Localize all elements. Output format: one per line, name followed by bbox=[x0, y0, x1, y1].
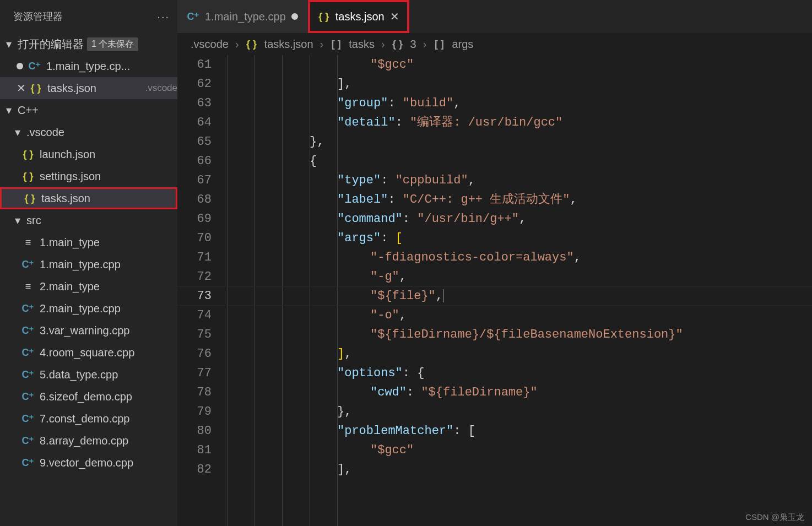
explorer-header: 资源管理器 ··· bbox=[0, 0, 177, 33]
file-item[interactable]: C⁺3.var_warning.cpp bbox=[0, 319, 177, 341]
editor-area: C⁺1.main_type.cpp{ }tasks.json✕ .vscode›… bbox=[177, 0, 812, 526]
line-number: 69 bbox=[177, 209, 212, 229]
code-line[interactable]: "-fdiagnostics-color=always", bbox=[365, 248, 812, 267]
line-number: 75 bbox=[177, 325, 212, 344]
code-line[interactable]: "${fileDirname}/${fileBasenameNoExtensio… bbox=[365, 325, 812, 344]
breadcrumb[interactable]: .vscode›{ }tasks.json›[ ]tasks›{ }3›[ ]a… bbox=[177, 33, 812, 55]
code-line[interactable]: "problemMatcher": [ bbox=[337, 421, 790, 441]
code-line[interactable]: "label": "C/C++: g++ 生成活动文件", bbox=[337, 190, 790, 209]
explorer-sidebar: 资源管理器 ··· ▾ 打开的编辑器 1 个未保存 C⁺1.main_type.… bbox=[0, 0, 177, 526]
more-icon[interactable]: ··· bbox=[157, 10, 170, 23]
code-line[interactable]: "options": { bbox=[337, 364, 790, 383]
chevron-down-icon: ▾ bbox=[3, 37, 14, 51]
unsaved-badge: 1 个未保存 bbox=[87, 37, 138, 51]
file-name: tasks.json bbox=[47, 82, 137, 95]
cpp-file-icon: C⁺ bbox=[22, 391, 34, 403]
file-name: 3.var_warning.cpp bbox=[40, 324, 177, 337]
file-name: settings.json bbox=[40, 170, 177, 183]
code-line[interactable]: }, bbox=[337, 402, 790, 421]
text-file-icon: ≡ bbox=[22, 236, 34, 248]
breadcrumb-item[interactable]: tasks bbox=[349, 38, 375, 51]
code-line[interactable]: ], bbox=[337, 74, 790, 94]
file-item[interactable]: C⁺6.sizeof_demo.cpp bbox=[0, 386, 177, 408]
line-number: 62 bbox=[177, 74, 212, 94]
code-line[interactable]: "cwd": "${fileDirname}" bbox=[365, 383, 812, 402]
breadcrumb-item[interactable]: .vscode bbox=[191, 38, 229, 51]
code-line[interactable]: { bbox=[310, 151, 762, 171]
explorer-title: 资源管理器 bbox=[13, 10, 63, 23]
json-file-icon: { } bbox=[24, 192, 36, 204]
cpp-file-icon: C⁺ bbox=[22, 457, 34, 469]
close-icon[interactable]: ✕ bbox=[390, 10, 399, 23]
file-name: 1.main_type.cp... bbox=[46, 60, 177, 73]
editor-tab[interactable]: { }tasks.json✕ bbox=[308, 0, 409, 33]
file-item[interactable]: C⁺8.array_demo.cpp bbox=[0, 430, 177, 452]
file-item[interactable]: C⁺1.main_type.cpp bbox=[0, 253, 177, 275]
code-line[interactable]: "$gcc" bbox=[365, 441, 812, 460]
line-number: 80 bbox=[177, 421, 212, 441]
file-item[interactable]: C⁺4.room_square.cpp bbox=[0, 341, 177, 364]
code-line[interactable]: "group": "build", bbox=[337, 94, 790, 113]
code-body[interactable]: "$gcc"],"group": "build","detail": "编译器:… bbox=[359, 55, 812, 526]
object-icon: { } bbox=[392, 38, 404, 50]
file-name: tasks.json bbox=[41, 192, 176, 205]
code-editor[interactable]: 6162636465666768697071727374757677787980… bbox=[177, 55, 812, 526]
line-number: 71 bbox=[177, 248, 212, 267]
file-item[interactable]: C⁺5.data_type.cpp bbox=[0, 364, 177, 386]
open-editor-item[interactable]: ✕{ }tasks.json.vscode bbox=[0, 77, 177, 99]
breadcrumb-item[interactable]: tasks.json bbox=[264, 38, 313, 51]
chevron-down-icon: ▾ bbox=[12, 126, 23, 139]
code-line[interactable]: ], bbox=[337, 460, 790, 479]
code-line[interactable]: }, bbox=[310, 132, 762, 151]
code-line[interactable]: "args": [ bbox=[337, 229, 790, 248]
open-editor-item[interactable]: C⁺1.main_type.cp... bbox=[0, 55, 177, 77]
file-item[interactable]: ≡1.main_type bbox=[0, 231, 177, 253]
breadcrumb-item[interactable]: 3 bbox=[410, 38, 416, 51]
code-line[interactable]: ], bbox=[337, 344, 790, 364]
text-file-icon: ≡ bbox=[22, 280, 34, 292]
file-path: .vscode bbox=[145, 83, 177, 94]
file-item[interactable]: { }launch.json bbox=[0, 143, 177, 165]
breadcrumb-item[interactable]: args bbox=[452, 38, 473, 51]
root-folder-name: C++ bbox=[18, 104, 39, 117]
file-name: 1.main_type.cpp bbox=[40, 258, 177, 271]
open-editors-header[interactable]: ▾ 打开的编辑器 1 个未保存 bbox=[0, 33, 177, 55]
code-line[interactable]: "type": "cppbuild", bbox=[337, 171, 790, 190]
root-folder-header[interactable]: ▾ C++ bbox=[0, 99, 177, 121]
line-number: 65 bbox=[177, 132, 212, 151]
editor-tab[interactable]: C⁺1.main_type.cpp bbox=[177, 0, 308, 33]
line-number: 63 bbox=[177, 94, 212, 113]
code-line[interactable]: "-o", bbox=[365, 306, 812, 325]
tab-title: tasks.json bbox=[335, 10, 385, 23]
file-item[interactable]: C⁺2.main_type.cpp bbox=[0, 297, 177, 319]
folder-header[interactable]: ▾.vscode bbox=[0, 121, 177, 143]
code-line[interactable]: "command": "/usr/bin/g++", bbox=[337, 209, 790, 229]
file-name: 2.main_type bbox=[40, 280, 177, 293]
file-item[interactable]: C⁺7.const_demo.cpp bbox=[0, 408, 177, 430]
close-icon[interactable]: ✕ bbox=[17, 82, 24, 95]
file-name: 4.room_square.cpp bbox=[40, 346, 177, 359]
code-line[interactable]: "detail": "编译器: /usr/bin/gcc" bbox=[337, 113, 790, 132]
line-number: 82 bbox=[177, 460, 212, 479]
code-line[interactable]: "${file}", bbox=[365, 286, 812, 306]
json-file-icon: { } bbox=[22, 148, 34, 160]
line-number: 77 bbox=[177, 364, 212, 383]
json-file-icon: { } bbox=[318, 10, 330, 23]
code-line[interactable]: "-g", bbox=[365, 267, 812, 286]
cpp-file-icon: C⁺ bbox=[22, 368, 34, 381]
file-item[interactable]: ≡2.main_type bbox=[0, 275, 177, 297]
folder-header[interactable]: ▾src bbox=[0, 209, 177, 231]
file-name: launch.json bbox=[40, 148, 177, 161]
code-line[interactable]: "$gcc" bbox=[365, 55, 812, 74]
file-name: 7.const_demo.cpp bbox=[40, 413, 177, 425]
file-item[interactable]: { }settings.json bbox=[0, 165, 177, 187]
file-item[interactable]: { }tasks.json bbox=[0, 187, 177, 209]
file-name: 8.array_demo.cpp bbox=[40, 435, 177, 447]
line-number: 61 bbox=[177, 55, 212, 74]
folder-name: .vscode bbox=[26, 126, 64, 139]
file-name: 2.main_type.cpp bbox=[40, 302, 177, 315]
cpp-file-icon: C⁺ bbox=[22, 324, 34, 337]
tab-bar: C⁺1.main_type.cpp{ }tasks.json✕ bbox=[177, 0, 812, 33]
file-item[interactable]: C⁺9.vector_demo.cpp bbox=[0, 452, 177, 474]
breadcrumb-separator: › bbox=[423, 38, 427, 51]
